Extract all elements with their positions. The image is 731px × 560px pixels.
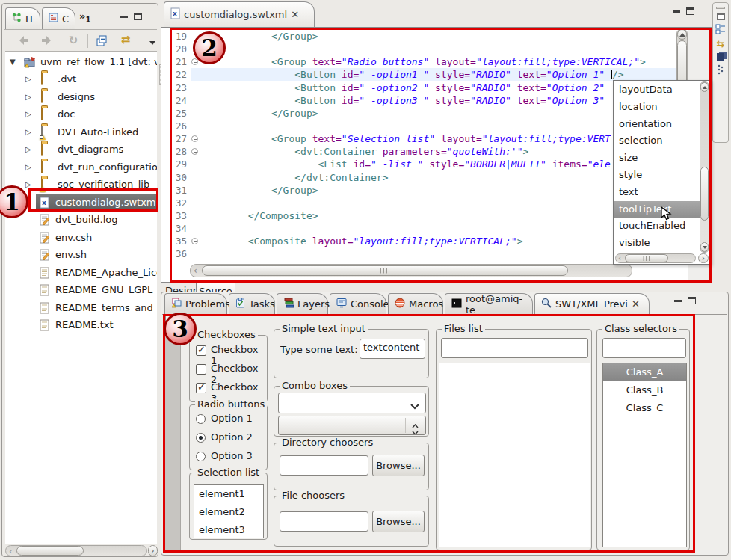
combo-box-dropdown[interactable] [278,393,426,413]
list-item-selected[interactable]: Class_A [603,363,686,381]
drag-handle-icon[interactable] [713,7,728,9]
class-list[interactable]: Class_A Class_B Class_C [602,363,687,547]
tree-item-doc[interactable]: ▷doc [5,105,157,123]
autocomplete-item[interactable]: text [614,184,700,201]
code-line[interactable]: 33 </Composite> [162,209,676,222]
code-line[interactable]: 23 <Button id=" -option2 " style="RADIO"… [162,81,676,94]
scroll-up-button[interactable] [700,82,709,92]
scroll-left-icon[interactable]: ‹ [618,254,621,262]
code-line[interactable]: 34 [162,222,676,235]
autocomplete-item[interactable]: layoutData [614,81,700,99]
fold-minus-icon[interactable] [191,148,198,155]
checkbox-2[interactable] [196,364,206,375]
class-filter-input[interactable] [602,338,686,358]
view-menu-icon[interactable] [144,35,161,50]
autocomplete-item[interactable]: touchEnabled [614,218,700,235]
code-line[interactable]: 31 </Group> [162,184,676,197]
code-line[interactable]: 20 [162,43,676,55]
chevron-down-icon[interactable] [412,426,419,435]
collapsed-triangle-icon[interactable]: ▷ [25,128,34,136]
tree-item-dvt-build-log[interactable]: dvt_build.log [5,211,157,228]
maximize-icon[interactable] [134,13,142,20]
scroll-left-icon[interactable]: ‹ [194,265,197,276]
list-item[interactable]: Class_B [603,381,686,399]
file-browse-button[interactable]: Browse... [372,511,425,532]
tab-hierarchy[interactable]: H [5,7,40,29]
fold-minus-icon[interactable] [191,135,198,142]
code-line[interactable]: 28 <dvt:Container parameters="quoteWith:… [162,145,676,158]
minimize-icon[interactable] [674,300,682,302]
link-views-icon[interactable]: ⇆ [713,38,728,49]
code-line[interactable]: 19 </Group> [162,30,676,43]
tree-item-project[interactable]: ▼ uvm_ref_flow_1.1 [dvt: v [5,53,157,70]
minimize-icon[interactable] [120,16,128,18]
editor-tab-customdialog[interactable]: x customdialog.swtxml ✕ [164,1,315,27]
selection-list[interactable]: element1 element2 element3 [194,484,264,538]
scrollbar-thumb[interactable] [202,265,568,276]
tab-layers[interactable]: Layers [277,293,328,314]
outline-view-icon[interactable] [713,24,728,34]
code-line[interactable]: 35 <Composite layout="layout:fill;type:V… [162,235,676,247]
autocomplete-item[interactable]: orientation [614,116,700,133]
code-line[interactable]: 36 [162,247,676,260]
tree-item-readme-gnu[interactable]: README_GNU_LGPL_ [5,281,157,298]
text-input[interactable]: textcontent [360,339,425,359]
code-line[interactable]: 24 <Button id=" -option3 " style="RADIO"… [162,94,676,107]
tree-item-dvt-auto-linked[interactable]: ▷DVT Auto-Linked [5,123,157,141]
list-item[interactable]: element1 [194,485,263,503]
maximize-icon[interactable] [688,297,696,304]
back-arrow-icon[interactable] [16,33,32,48]
autocomplete-item-selected[interactable]: toolTipText [614,201,700,218]
tree-item-dvt[interactable]: ▷.dvt [5,70,157,87]
tree-item-dvt-diagrams[interactable]: ▷dvt_diagrams [5,141,157,158]
tab-problems[interactable]: Problems [164,293,227,314]
autocomplete-item[interactable]: size [614,150,700,167]
scroll-left-icon[interactable]: ‹ [9,547,12,556]
code-line[interactable]: 27 <Group text="Selection list" layout="… [162,132,676,145]
maximize-icon[interactable] [686,7,694,15]
tree-item-readme-terms[interactable]: README_terms_and_ [5,299,157,316]
forward-arrow-icon[interactable] [38,33,55,48]
autocomplete-vscrollbar[interactable] [700,81,709,253]
collapse-all-icon[interactable] [93,33,110,48]
tree-item-readme-txt[interactable]: README.txt [5,316,157,333]
autocomplete-item[interactable]: style [614,167,700,184]
link-with-editor-icon[interactable]: ⇄ [117,32,134,47]
code-line[interactable]: 30 </dvt:Container> [162,171,676,184]
refresh-icon[interactable]: ↻ [65,33,81,48]
scroll-right-button[interactable]: › [148,545,158,556]
tab-console[interactable]: Console [330,293,386,314]
collapsed-triangle-icon[interactable]: ▷ [25,145,34,153]
collapsed-triangle-icon[interactable]: ▷ [25,75,34,83]
scrollbar-thumb[interactable] [16,546,84,556]
code-line[interactable]: 21 <Group text="Radio buttons" layout="l… [162,55,676,68]
list-item[interactable]: element2 [194,503,263,521]
tree-item-env-csh[interactable]: env.csh [5,229,157,246]
explorer-hscrollbar[interactable]: ‹ [5,545,147,556]
autocomplete-hscrollbar[interactable]: ‹ [615,253,696,263]
combo-box-spinner[interactable] [278,416,426,435]
tab-terminal[interactable]: root@amiq-te [445,293,533,314]
tab-tasks[interactable]: Tasks [229,293,275,314]
tab-checks[interactable]: C [42,7,75,29]
minimize-icon[interactable] [673,10,680,13]
tree-item-dvt-run-configurations[interactable]: ▷dvt_run_configuratio [5,159,157,176]
radio-option-2[interactable] [196,433,206,443]
collapsed-triangle-icon[interactable]: ▷ [25,110,34,118]
tree-item-readme-apache[interactable]: README_Apache_Lice [5,264,157,281]
radio-option-3[interactable] [196,452,206,461]
autocomplete-item[interactable]: visible [614,235,700,252]
tree-item-designs[interactable]: ▷designs [5,88,157,105]
tab-macros[interactable]: Macros [388,293,443,314]
fold-minus-icon[interactable] [191,238,198,244]
scrollbar-thumb[interactable] [625,254,668,262]
chevron-down-icon[interactable] [410,401,419,412]
files-list[interactable] [439,363,590,547]
close-icon[interactable]: ✕ [632,298,640,310]
code-line[interactable]: 32 [162,197,676,209]
expanded-triangle-icon[interactable]: ▼ [10,58,19,66]
files-filter-input[interactable] [441,338,588,358]
scroll-right-button[interactable]: › [698,253,709,263]
radio-option-1[interactable] [196,414,206,424]
autocomplete-item[interactable]: selection [614,132,700,150]
